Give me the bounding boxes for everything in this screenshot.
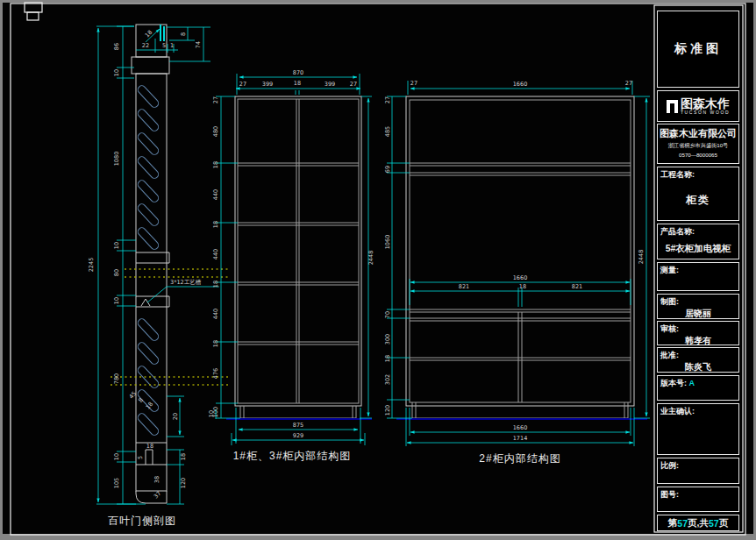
- dim-label: 18: [294, 80, 301, 87]
- cabinet-1-3-structure-view: 870 27 399 18 399 27 27 480 18 440 18 44…: [208, 69, 374, 462]
- review-value: 韩孝有: [658, 335, 738, 347]
- dim-label: 2245: [88, 258, 95, 273]
- dim-label: 1060: [384, 235, 391, 250]
- dim-label: 399: [325, 81, 335, 88]
- dim-label: 18: [212, 161, 219, 168]
- product-value: 5#衣柜加电视柜: [658, 243, 738, 255]
- product-label: 产品名称:: [658, 224, 738, 238]
- dim-label: 1714: [513, 435, 528, 442]
- title-block-page: 第57页,共 57 页: [657, 515, 739, 531]
- measure-label: 测量:: [658, 263, 738, 276]
- company-address: 浙江省桐乡市兴盛街10号: [660, 142, 736, 150]
- dim-label: 480: [212, 126, 219, 137]
- dim-label: 10: [113, 242, 120, 249]
- dim-label: 476: [212, 368, 219, 379]
- dim-label: 10: [113, 69, 120, 76]
- louver-slats: [136, 84, 160, 437]
- title-block-measure: 测量:: [657, 262, 739, 291]
- frame-corner-symbol: [25, 3, 42, 20]
- dim-label: 8: [180, 32, 187, 36]
- dim-label: 1660: [513, 424, 528, 431]
- dim-label: 485: [384, 126, 391, 137]
- sheet-type-title: 标准图: [674, 41, 722, 57]
- page-text: 页: [719, 517, 729, 529]
- dim-label: 120: [180, 478, 187, 488]
- version-label: 版本号: A: [658, 376, 738, 389]
- dim-label: 2448: [638, 250, 645, 265]
- dim-label: 1080: [113, 152, 120, 167]
- dim-label: 69: [384, 166, 391, 173]
- title-block-drawing-no: 图号:: [657, 487, 739, 512]
- louver-door-section-view: 3*12工艺槽 2245 86 10 1080 10 80 10 780 10 …: [88, 25, 230, 527]
- dim-label: 86: [113, 43, 120, 50]
- dim-label: 821: [459, 283, 469, 290]
- dim-label: 302: [384, 374, 391, 385]
- dim-label: 18: [212, 221, 219, 228]
- draft-value: 居晓丽: [658, 308, 738, 320]
- dim-label: 5: [137, 456, 144, 459]
- view-caption: 2#柜内部结构图: [479, 452, 560, 465]
- dim-label: 18: [384, 355, 391, 362]
- dim-label: 929: [293, 432, 303, 439]
- company-phone: 0570—8000065: [660, 152, 736, 158]
- dim-label: 18: [145, 401, 154, 410]
- dim-label: 37: [153, 490, 163, 501]
- dim-label: 27: [350, 81, 357, 88]
- brand-name: 图森木作: [681, 97, 730, 110]
- dim-label: 18: [212, 340, 219, 347]
- title-block-logo: 图森木作 TUCSON WOOD: [657, 90, 739, 122]
- sheet-frame: [11, 4, 745, 535]
- title-block-draft: 制图: 居晓丽: [657, 294, 739, 319]
- dim-label: 74: [195, 41, 202, 48]
- dim-label: 780: [113, 373, 120, 384]
- dim-label: 27: [384, 96, 391, 103]
- page-number: 57: [677, 518, 688, 529]
- dim-label: 8: [137, 397, 145, 404]
- dim-label: 870: [293, 69, 303, 76]
- title-block-company: 图森木业有限公司 浙江省桐乡市兴盛街10号 0570—8000065: [657, 124, 739, 164]
- dim-label: 18: [212, 281, 219, 288]
- dim-label: 10: [113, 453, 120, 460]
- dim-label: 70: [384, 311, 391, 318]
- approve-label: 批准:: [658, 348, 738, 361]
- review-label: 审核:: [658, 322, 738, 335]
- brand-subtitle: TUCSON WOOD: [681, 110, 730, 115]
- project-label: 工程名称:: [658, 167, 738, 181]
- version-value: A: [689, 379, 695, 387]
- dim-label: 399: [262, 81, 273, 88]
- dim-label: 300: [384, 334, 391, 345]
- approve-value: 陈炎飞: [658, 361, 738, 373]
- dim-label: 1: [170, 42, 174, 49]
- dim-label: 22: [142, 42, 149, 49]
- cad-window: 3*12工艺槽 2245 86 10 1080 10 80 10 780 10 …: [0, 0, 756, 540]
- view-caption: 百叶门侧剖图: [108, 515, 176, 527]
- dim-label: 440: [212, 189, 219, 200]
- dim-label: 27: [239, 81, 246, 88]
- dim-label: 10: [113, 297, 120, 304]
- dim-label: 27: [625, 80, 632, 87]
- page-total: 57: [709, 518, 719, 529]
- dim-label: 440: [212, 309, 219, 319]
- cabinet-2-structure-view: 27 1660 27 1660 821 18 821 27 485 69 106…: [384, 80, 650, 465]
- project-value: 柜类: [658, 193, 738, 208]
- title-block-product: 产品名称: 5#衣柜加电视柜: [657, 224, 739, 259]
- dim-label: 1660: [513, 274, 528, 281]
- title-block-header: 标准图: [657, 11, 739, 88]
- title-block-version: 版本号: A: [657, 375, 739, 401]
- dim-label: 5: [162, 42, 166, 49]
- dim-label: 20: [172, 413, 179, 420]
- dim-label: 27: [212, 96, 219, 103]
- title-block-review: 审核: 韩孝有: [657, 321, 739, 345]
- view-caption: 1#柜、3#柜内部结构图: [233, 450, 352, 462]
- draft-label: 制图:: [658, 295, 738, 308]
- dim-label: 105: [113, 478, 120, 488]
- dim-label: 38: [153, 476, 160, 483]
- scale-label: 比例:: [658, 458, 738, 472]
- dim-label: 80: [113, 269, 120, 276]
- dim-label: 1660: [513, 81, 528, 88]
- drawing-no-label: 图号:: [658, 487, 738, 501]
- title-block-owner: 业主确认:: [657, 403, 739, 455]
- dim-label: 10: [208, 410, 215, 417]
- dim-label: 27: [410, 80, 417, 87]
- dim-label: 821: [572, 283, 582, 290]
